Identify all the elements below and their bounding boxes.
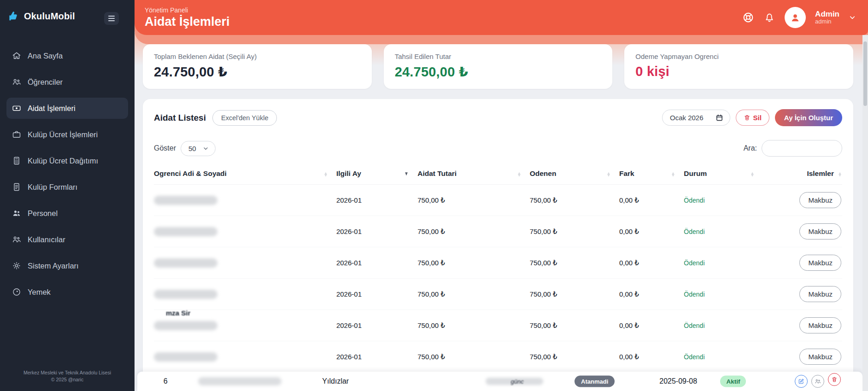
delete-button-label: Sil — [753, 114, 762, 122]
edit-button[interactable] — [795, 375, 808, 388]
notifications-bell-icon[interactable] — [763, 12, 775, 23]
stat-label: Toplam Beklenen Aidat (Seçili Ay) — [154, 53, 361, 60]
user-name: Admin — [815, 10, 839, 19]
table-header-row: Ogrenci Adi & Soyadi◆ Ilgili Ay▼ Aidat T… — [154, 164, 842, 185]
cell-month: 2026-01 — [336, 310, 417, 341]
cell-month: 2026-01 — [336, 279, 417, 310]
chevron-down-icon[interactable] — [849, 14, 856, 21]
trash-icon — [744, 114, 751, 121]
sidebar: OkuluMobil Ana Sayfa Öğrenciler Aidat İş… — [0, 0, 135, 391]
trash-icon — [831, 376, 838, 383]
receipt-button[interactable]: Makbuz — [799, 349, 841, 365]
cell-paid: 750,00 ₺ — [530, 341, 619, 373]
stat-label: Odeme Yapmayan Ogrenci — [635, 53, 842, 60]
sidebar-item-icon — [12, 51, 21, 60]
status-paid-label: Ödendi — [684, 259, 704, 267]
month-picker-input[interactable]: Ocak 2026 — [662, 110, 730, 126]
sidebar-item-sistem-ayarları[interactable]: Sistem Ayarları — [6, 255, 128, 276]
cell-student-name: mza Sir — [154, 310, 336, 341]
sidebar-item-personel[interactable]: Personel — [6, 203, 128, 224]
cell-month: 2026-01 — [336, 341, 417, 373]
cell-amount: 750,00 ₺ — [417, 341, 530, 373]
cell-diff: 0,00 ₺ — [619, 185, 684, 216]
receipt-button[interactable]: Makbuz — [799, 317, 841, 333]
name-fragment: mza Sir — [166, 309, 190, 317]
sidebar-item-label: Sistem Ayarları — [28, 262, 79, 270]
row-number: 6 — [164, 377, 168, 385]
stat-value: 24.750,00 ₺ — [154, 64, 361, 80]
cell-paid: 750,00 ₺ — [530, 216, 619, 247]
status-paid-label: Ödendi — [684, 197, 704, 204]
sidebar-item-label: Aidat İşlemleri — [28, 104, 76, 113]
sidebar-item-icon — [12, 182, 21, 192]
cell-month: 2026-01 — [336, 185, 417, 216]
scrollbar-thumb[interactable] — [863, 41, 867, 106]
table-row: 2026-01 750,00 ₺ 750,00 ₺ 0,00 ₺ Ödendi … — [154, 341, 842, 373]
sort-icon: ◆ — [607, 170, 610, 177]
sidebar-item-kulüp-ücret-i̇şlemleri[interactable]: Kulüp Ücret İşlemleri — [6, 124, 128, 145]
column-header-status[interactable]: Durum◆ — [684, 164, 763, 185]
page-size-select[interactable]: 50 — [181, 141, 216, 156]
sidebar-item-aidat-i̇şlemleri[interactable]: Aidat İşlemleri — [6, 98, 128, 119]
sort-icon: ◆ — [672, 170, 675, 177]
create-for-month-button[interactable]: Ay İçin Oluştur — [775, 109, 842, 126]
sidebar-item-icon — [12, 261, 21, 270]
sidebar-item-öğrenciler[interactable]: Öğrenciler — [6, 71, 128, 93]
thumbs-up-logo-icon — [7, 10, 19, 22]
column-header-paid[interactable]: Odenen◆ — [530, 164, 619, 185]
table-row: 2026-01 750,00 ₺ 750,00 ₺ 0,00 ₺ Ödendi … — [154, 185, 842, 216]
cell-student-name — [154, 216, 336, 247]
help-icon[interactable] — [742, 12, 754, 23]
receipt-button[interactable]: Makbuz — [799, 286, 841, 302]
redacted-name — [154, 352, 217, 362]
main-content: Toplam Beklenen Aidat (Seçili Ay) 24.750… — [135, 35, 862, 391]
excel-upload-button[interactable]: Excel'den Yükle — [212, 110, 277, 126]
cell-diff: 0,00 ₺ — [619, 216, 684, 247]
receipt-button[interactable]: Makbuz — [799, 192, 841, 208]
list-toolbar: Aidat Listesi Excel'den Yükle Ocak 2026 … — [154, 109, 842, 126]
stat-card-unpaid: Odeme Yapmayan Ogrenci 0 kişi — [624, 44, 853, 89]
cell-student-name — [154, 247, 336, 279]
table-row: 2026-01 750,00 ₺ 750,00 ₺ 0,00 ₺ Ödendi … — [154, 279, 842, 310]
members-button[interactable] — [811, 375, 824, 388]
cell-diff: 0,00 ₺ — [619, 341, 684, 373]
sidebar-item-kullanıcılar[interactable]: Kullanıcılar — [6, 229, 128, 250]
calendar-icon — [716, 114, 723, 122]
receipt-button[interactable]: Makbuz — [799, 223, 841, 239]
search-input[interactable] — [762, 140, 842, 157]
status-paid-label: Ödendi — [684, 291, 704, 298]
cell-student-name — [154, 185, 336, 216]
sidebar-footer: Merkez Mesleki ve Teknik Anadolu Lisesi … — [0, 369, 135, 391]
column-header-amount[interactable]: Aidat Tutari◆ — [417, 164, 530, 185]
table-row: 2026-01 750,00 ₺ 750,00 ₺ 0,00 ₺ Ödendi … — [154, 216, 842, 247]
column-header-diff[interactable]: Fark◆ — [619, 164, 684, 185]
cell-paid: 750,00 ₺ — [530, 279, 619, 310]
edit-icon — [798, 378, 804, 385]
sidebar-item-kulüp-formları[interactable]: Kulüp Formları — [6, 176, 128, 198]
status-paid-label: Ödendi — [684, 353, 704, 361]
avatar[interactable] — [785, 7, 806, 28]
sidebar-menu: Ana Sayfa Öğrenciler Aidat İşlemleri Kul… — [0, 45, 135, 369]
receipt-button[interactable]: Makbuz — [799, 255, 841, 271]
table-body: 2026-01 750,00 ₺ 750,00 ₺ 0,00 ₺ Ödendi … — [154, 185, 842, 373]
cell-amount: 750,00 ₺ — [417, 247, 530, 279]
column-header-name[interactable]: Ogrenci Adi & Soyadi◆ — [154, 164, 336, 185]
dues-list-card: Aidat Listesi Excel'den Yükle Ocak 2026 … — [143, 99, 853, 391]
column-header-month[interactable]: Ilgili Ay▼ — [336, 164, 417, 185]
cell-amount: 750,00 ₺ — [417, 185, 530, 216]
sidebar-toggle-button[interactable] — [104, 12, 119, 25]
redacted-name — [154, 227, 217, 236]
sidebar-item-kulüp-ücret-dağıtımı[interactable]: Kulüp Ücret Dağıtımı — [6, 150, 128, 171]
cell-amount: 750,00 ₺ — [417, 216, 530, 247]
column-header-actions[interactable]: Islemler◆ — [763, 164, 842, 185]
user-menu[interactable]: Admin admin — [815, 10, 839, 25]
cell-student-name — [154, 279, 336, 310]
delete-button[interactable]: Sil — [736, 110, 769, 126]
sidebar-item-icon — [12, 209, 21, 218]
sidebar-item-yemek[interactable]: Yemek — [6, 281, 128, 303]
page-scrollbar[interactable] — [862, 35, 868, 391]
sidebar-item-ana-sayfa[interactable]: Ana Sayfa — [6, 45, 128, 66]
delete-row-button[interactable] — [828, 373, 841, 386]
redacted-name — [154, 196, 217, 205]
cell-diff: 0,00 ₺ — [619, 247, 684, 279]
